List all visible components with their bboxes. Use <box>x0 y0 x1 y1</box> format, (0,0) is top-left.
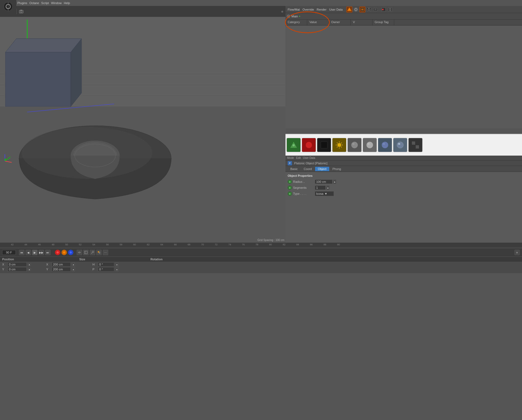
mat-btn-grey2[interactable] <box>363 138 377 152</box>
octane-menu-override[interactable]: Override <box>302 7 315 12</box>
sx-label: X <box>46 263 51 266</box>
svg-line-89 <box>341 147 342 147</box>
p-rot-spinner[interactable]: ▲ <box>115 267 119 271</box>
play-btn[interactable]: ▶ <box>32 250 38 255</box>
x-size-input[interactable]: 200 cm <box>52 262 71 267</box>
object-props-content: Object Properties ● Radius .. ▲ ● Segmen… <box>285 172 522 199</box>
octane-btn-2[interactable] <box>353 7 359 13</box>
svg-point-136 <box>70 251 72 254</box>
svg-point-144 <box>99 252 100 254</box>
svg-rect-102 <box>412 145 415 149</box>
menu-octane[interactable]: Octane <box>28 1 40 5</box>
viewport-toolbar: ⊕ ↔ ↻ ⊕ <box>0 6 285 17</box>
prev-frame-btn[interactable]: ◀ <box>26 250 31 255</box>
svg-point-142 <box>98 251 99 252</box>
octane-menu-render[interactable]: Render <box>316 7 328 12</box>
record-btn[interactable] <box>55 250 60 255</box>
next-frame-btn[interactable]: ▶▶ <box>39 250 44 255</box>
menu-help[interactable]: Help <box>63 1 71 5</box>
svg-text:72: 72 <box>215 243 217 246</box>
svg-rect-137 <box>85 251 87 254</box>
svg-point-94 <box>366 142 373 148</box>
icon-btn-right[interactable]: ≡ <box>514 250 520 255</box>
rotation-header: Rotation <box>150 258 163 261</box>
octane-btn-6[interactable] <box>381 7 387 13</box>
segments-spin-up[interactable]: ▲ <box>326 186 330 190</box>
timeline-btn[interactable] <box>83 250 89 255</box>
svg-point-54 <box>22 127 152 179</box>
menu-plugins[interactable]: Plugins <box>16 1 28 5</box>
svg-text:48: 48 <box>52 243 54 246</box>
type-dropdown[interactable]: Icosa ▼ <box>315 191 334 196</box>
svg-text:54: 54 <box>92 243 95 246</box>
octane-btn-1[interactable] <box>346 7 352 13</box>
svg-point-96 <box>382 142 388 148</box>
x-pos-spinner[interactable]: ▲ <box>28 263 31 265</box>
mat-btn-black[interactable] <box>317 138 331 152</box>
frame-display[interactable]: 90 F <box>2 250 16 255</box>
main-tab-label[interactable]: Main <box>291 15 298 18</box>
mat-btn-green[interactable] <box>287 138 301 152</box>
svg-rect-46 <box>5 52 71 107</box>
octane-btn-4[interactable] <box>366 7 372 13</box>
properties-panel: Mode Edit User Data P Platonic Object [P… <box>285 156 522 243</box>
y-size-input[interactable]: 200 cm <box>52 267 71 271</box>
mat-btn-grid[interactable] <box>408 138 422 152</box>
attribute-panel: Category Value Owner V Group Tag <box>285 20 522 128</box>
go-start-btn[interactable]: ⏮ <box>19 250 24 255</box>
p-rot-input[interactable]: 0 ° <box>98 267 114 271</box>
x-pos-input[interactable]: 0 cm <box>8 262 27 267</box>
mat-btn-glass[interactable] <box>393 138 407 152</box>
octane-btn-3[interactable] <box>359 7 365 13</box>
svg-point-80 <box>293 144 295 146</box>
edit-menu[interactable]: Edit <box>296 156 301 159</box>
h-rot-input[interactable]: 0 ° <box>98 262 114 267</box>
separator-1 <box>16 9 17 14</box>
size-header: Size <box>79 258 85 261</box>
motion-btn[interactable] <box>77 250 82 255</box>
mat-btn-sun[interactable] <box>332 138 346 152</box>
tab-phong[interactable]: Phong <box>330 167 344 171</box>
blue-btn[interactable] <box>68 250 73 255</box>
mat-btn-blue-grey[interactable] <box>378 138 392 152</box>
col-group-tag: Group Tag <box>372 20 394 25</box>
type-label: Type . . . . <box>293 192 315 195</box>
segments-input[interactable] <box>315 186 326 190</box>
dots-btn[interactable]: ⋯ <box>103 250 108 255</box>
y-pos-spinner[interactable]: ▲ <box>28 268 31 270</box>
menu-window[interactable]: Window <box>50 1 63 5</box>
octane-btn-7[interactable] <box>387 7 393 13</box>
props-tabs: Basic Coord Object Phong <box>285 166 522 172</box>
3d-viewport[interactable]: Grid Spacing : 100 cm <box>0 6 285 243</box>
tab-coord[interactable]: Coord <box>301 167 315 171</box>
param-btn[interactable] <box>96 250 102 255</box>
y-pos-input[interactable]: 0 cm <box>8 267 27 271</box>
go-end-btn[interactable]: ⏭ <box>45 250 51 255</box>
platonic-object-bar: P Platonic Object [Platonic] <box>285 160 522 166</box>
timeline-ruler[interactable]: 42 44 46 48 50 52 54 56 58 60 62 64 66 6… <box>0 243 522 248</box>
svg-text:82: 82 <box>283 243 285 246</box>
octane-btn-5[interactable] <box>372 7 378 13</box>
p-label: P <box>92 268 97 271</box>
tab-basic[interactable]: Basic <box>288 167 300 171</box>
tab-dot: ● <box>299 15 300 17</box>
key-btn[interactable] <box>90 250 95 255</box>
radius-spin-up[interactable]: ▲ <box>333 180 336 184</box>
octane-menu-flowmat[interactable]: Flow/Mat <box>287 7 301 12</box>
svg-text:68: 68 <box>188 243 190 246</box>
h-rot-spinner[interactable]: ▲ <box>115 262 119 267</box>
user-data-menu[interactable]: User Data <box>303 156 315 159</box>
mode-menu[interactable]: Mode <box>287 156 294 159</box>
octane-menu-userdata[interactable]: User Data <box>328 7 344 12</box>
radius-input[interactable] <box>315 180 333 184</box>
svg-point-98 <box>397 142 403 148</box>
camera-btn[interactable] <box>18 8 24 14</box>
mat-btn-grey1[interactable] <box>347 138 362 152</box>
tab-object[interactable]: Object <box>315 167 329 171</box>
y-size-spinner[interactable]: ▲ <box>72 267 75 271</box>
dropdown-arrow: ▼ <box>324 192 327 195</box>
x-size-spinner[interactable]: ▲ <box>72 262 75 267</box>
mat-btn-red[interactable] <box>302 138 316 152</box>
menu-script[interactable]: Script <box>40 1 50 5</box>
auto-key-btn[interactable] <box>61 250 67 255</box>
